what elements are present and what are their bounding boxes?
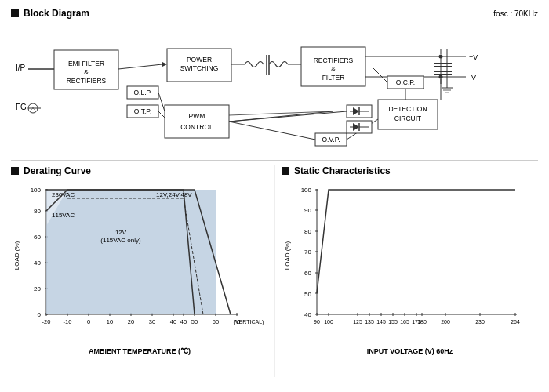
svg-text:-20: -20 — [42, 318, 51, 325]
svg-text:90: 90 — [314, 319, 320, 325]
svg-text:20: 20 — [128, 318, 134, 325]
svg-text:RECTIFIERS: RECTIFIERS — [67, 77, 107, 85]
svg-text:50: 50 — [304, 291, 311, 298]
ip-label: I/P — [16, 64, 26, 72]
svg-text:O.C.P.: O.C.P. — [396, 78, 415, 86]
svg-text:230: 230 — [475, 319, 485, 325]
svg-text:-10: -10 — [64, 318, 72, 325]
svg-text:EMI FILTER: EMI FILTER — [68, 60, 104, 67]
svg-text:0: 0 — [87, 318, 90, 325]
svg-text:30: 30 — [149, 318, 155, 325]
svg-line-48 — [158, 111, 165, 118]
svg-text:12V,24V,48V: 12V,24V,48V — [156, 191, 192, 198]
svg-text:40: 40 — [34, 260, 41, 267]
svg-line-64 — [229, 111, 333, 115]
derating-x-label: AMBIENT TEMPERATURE (℃) — [11, 347, 268, 355]
header-square-icon — [11, 9, 19, 17]
svg-line-65 — [372, 67, 387, 82]
block-diagram-header: Block Diagram — [11, 8, 538, 19]
svg-text:100: 100 — [324, 319, 333, 325]
svg-text:12V: 12V — [115, 229, 127, 236]
derating-chart: 0 20 40 60 80 100 LOAD (%) — [11, 181, 268, 346]
svg-text:125: 125 — [353, 319, 362, 325]
svg-text:100: 100 — [301, 187, 312, 194]
svg-text:60: 60 — [34, 234, 41, 241]
svg-text:20: 20 — [34, 285, 41, 292]
svg-text:FILTER: FILTER — [322, 74, 345, 82]
svg-text:115VAC: 115VAC — [52, 212, 75, 219]
svg-text:230VAC: 230VAC — [52, 191, 75, 198]
svg-text:145: 145 — [376, 319, 386, 325]
bottom-row: Derating Curve 0 20 40 60 — [11, 165, 538, 377]
fosc-label: fosc : 70KHz — [493, 9, 538, 18]
svg-text:0: 0 — [38, 311, 42, 318]
svg-text:70: 70 — [304, 249, 311, 256]
static-square-icon — [282, 167, 289, 175]
svg-text:180: 180 — [417, 319, 427, 325]
derating-header: Derating Curve — [11, 165, 268, 176]
block-diagram-svg: I/P FG EMI FILTER & RECTIFIERS POWER SWI… — [11, 25, 536, 157]
static-x-label: INPUT VOLTAGE (V) 60Hz — [282, 347, 538, 355]
svg-line-63 — [229, 122, 315, 140]
derating-section: Derating Curve 0 20 40 60 — [11, 165, 274, 377]
static-header: Static Characteristics — [282, 165, 538, 176]
svg-text:O.T.P.: O.T.P. — [134, 107, 152, 115]
static-section: Static Characteristics 40 50 60 70 — [274, 165, 538, 377]
svg-text:50: 50 — [191, 318, 198, 325]
static-title: Static Characteristics — [294, 165, 391, 176]
derating-title: Derating Curve — [24, 165, 91, 176]
svg-text:O.L.P.: O.L.P. — [134, 89, 152, 96]
svg-text:40: 40 — [170, 318, 176, 325]
svg-line-9 — [118, 64, 162, 69]
svg-text:90: 90 — [304, 207, 311, 214]
svg-text:60: 60 — [213, 318, 219, 325]
static-svg: 40 50 60 70 80 90 100 LOAD (%) — [282, 181, 540, 346]
svg-text:40: 40 — [304, 311, 311, 318]
svg-marker-10 — [162, 62, 167, 67]
svg-text:200: 200 — [441, 319, 450, 325]
svg-text:CIRCUIT: CIRCUIT — [394, 114, 421, 122]
svg-text:-V: -V — [469, 74, 476, 82]
svg-text:&: & — [84, 68, 89, 76]
svg-text:(115VAC only): (115VAC only) — [100, 237, 141, 244]
svg-text:CONTROL: CONTROL — [180, 123, 213, 131]
pwm-box — [165, 105, 229, 138]
svg-text:DETECTION: DETECTION — [388, 105, 427, 113]
block-diagram-section: Block Diagram fosc : 70KHz I/P FG EMI FI… — [11, 8, 538, 161]
svg-text:LOAD (%): LOAD (%) — [13, 241, 20, 270]
svg-text:RECTIFIERS: RECTIFIERS — [314, 56, 354, 64]
svg-text:LOAD (%): LOAD (%) — [284, 241, 291, 270]
page: Block Diagram fosc : 70KHz I/P FG EMI FI… — [0, 0, 549, 392]
svg-text:45: 45 — [180, 318, 187, 325]
svg-text:(VERTICAL): (VERTICAL) — [234, 319, 264, 325]
svg-marker-105 — [46, 190, 216, 314]
svg-text:100: 100 — [31, 187, 42, 194]
svg-text:264: 264 — [511, 319, 520, 325]
fg-label: FG — [16, 103, 27, 111]
derating-svg: 0 20 40 60 80 100 LOAD (%) — [11, 181, 270, 346]
svg-text:135: 135 — [365, 319, 374, 325]
svg-text:&: & — [331, 65, 336, 73]
svg-text:80: 80 — [304, 228, 311, 235]
derating-square-icon — [11, 167, 19, 175]
svg-text:POWER: POWER — [187, 56, 212, 64]
svg-text:60: 60 — [304, 270, 311, 277]
svg-text:+V: +V — [469, 53, 478, 61]
svg-text:80: 80 — [34, 208, 41, 215]
static-chart: 40 50 60 70 80 90 100 LOAD (%) — [282, 181, 538, 346]
svg-text:165: 165 — [400, 319, 409, 325]
svg-line-46 — [158, 93, 165, 111]
svg-text:O.V.P.: O.V.P. — [322, 136, 340, 143]
svg-text:PWM: PWM — [189, 112, 205, 120]
svg-text:10: 10 — [107, 318, 113, 325]
svg-text:155: 155 — [388, 319, 398, 325]
block-diagram-title: Block Diagram — [24, 8, 89, 19]
svg-text:SWITCHING: SWITCHING — [180, 64, 219, 72]
